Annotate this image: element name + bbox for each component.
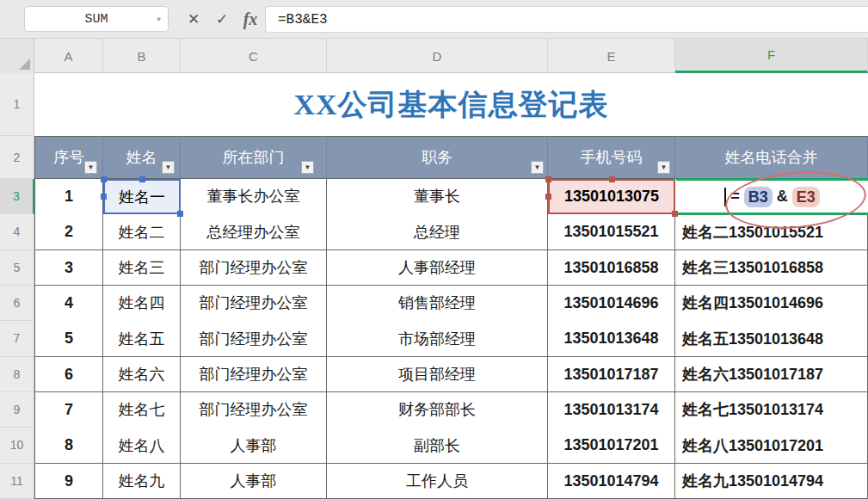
cell-E9[interactable]: 13501013174 [548, 392, 675, 428]
row-header-8[interactable]: 8 [0, 357, 34, 392]
filter-caret-icon: ▼ [661, 164, 668, 171]
cell-F4[interactable]: 姓名二13501015521 [675, 214, 868, 250]
name-box-dropdown-icon[interactable]: ▼ [157, 15, 161, 23]
cell-E3-selected[interactable]: 13501013075 [548, 179, 675, 214]
cell-A6[interactable]: 4 [34, 286, 103, 322]
cell-C7[interactable]: 部门经理办公室 [181, 321, 327, 357]
cell-E11[interactable]: 13501014794 [548, 464, 675, 499]
cell-A3[interactable]: 1 [34, 179, 103, 215]
cell-E7[interactable]: 13501013648 [548, 321, 675, 357]
cell-C6[interactable]: 部门经理办公室 [181, 286, 327, 322]
cell-E6[interactable]: 13501014696 [548, 286, 675, 322]
table-header-A2[interactable]: 序号▼ [34, 136, 103, 179]
cell-D4[interactable]: 总经理 [327, 214, 548, 250]
filter-icon-C[interactable]: ▼ [301, 161, 314, 174]
cell-D9[interactable]: 财务部部长 [327, 392, 548, 428]
column-header-B[interactable]: B [103, 39, 181, 73]
table-header-label: 手机号码 [581, 147, 643, 168]
cell-E8[interactable]: 13501017187 [548, 357, 675, 393]
cell-A7[interactable]: 5 [34, 321, 103, 357]
filter-icon-B[interactable]: ▼ [162, 161, 175, 174]
row-header-3[interactable]: 3 [0, 179, 34, 214]
name-box[interactable]: SUM ▼ [24, 6, 169, 32]
column-header-bar: ABCDEF [0, 39, 868, 73]
cell-B8[interactable]: 姓名六 [103, 357, 181, 393]
cell-E4[interactable]: 13501015521 [548, 214, 675, 250]
cell-B7[interactable]: 姓名五 [103, 321, 181, 357]
cell-B11[interactable]: 姓名九 [103, 464, 181, 499]
cell-A9[interactable]: 7 [34, 392, 103, 428]
cell-D10[interactable]: 副部长 [327, 428, 548, 464]
column-header-E[interactable]: E [548, 39, 675, 73]
confirm-icon[interactable]: ✓ [211, 8, 233, 30]
cell-E10[interactable]: 13501017201 [548, 428, 675, 464]
filter-icon-E[interactable]: ▼ [657, 161, 670, 174]
cell-B10[interactable]: 姓名八 [103, 428, 181, 464]
spreadsheet-app: SUM ▼ ✕ ✓ fx =B3&E3 ABCDEF XX公司基本信息登记表 1… [0, 0, 868, 499]
cell-F3-editing[interactable]: =B3&E3 [676, 178, 868, 215]
table-header-D2[interactable]: 职务▼ [327, 136, 548, 179]
cell-F6[interactable]: 姓名四13501014696 [675, 286, 868, 322]
cell-C4[interactable]: 总经理办公室 [181, 214, 327, 250]
filter-icon-D[interactable]: ▼ [531, 161, 544, 174]
column-header-D[interactable]: D [327, 39, 548, 73]
table-header-E2[interactable]: 手机号码▼ [548, 136, 675, 179]
table-header-B2[interactable]: 姓名▼ [103, 136, 181, 179]
cell-C5[interactable]: 部门经理办公室 [181, 250, 327, 286]
cell-B6[interactable]: 姓名四 [103, 286, 181, 322]
cell-A5[interactable]: 3 [34, 250, 103, 286]
row-header-7[interactable]: 7 [0, 321, 34, 356]
cell-C9[interactable]: 部门经理办公室 [181, 392, 327, 428]
row-header-6[interactable]: 6 [0, 286, 34, 321]
table-header-F2[interactable]: 姓名电话合并 [675, 136, 868, 179]
row-header-10[interactable]: 10 [0, 428, 34, 463]
row-header-5[interactable]: 5 [0, 250, 34, 286]
filter-caret-icon: ▼ [534, 164, 541, 171]
selection-handle [672, 211, 678, 217]
cell-B3-selected[interactable]: 姓名一 [103, 179, 181, 214]
cell-D6[interactable]: 销售部经理 [327, 286, 548, 322]
column-header-C[interactable]: C [181, 39, 327, 73]
cell-D7[interactable]: 市场部经理 [327, 321, 548, 357]
row-header-2[interactable]: 2 [0, 136, 34, 179]
row-header-11[interactable]: 11 [0, 464, 34, 499]
cell-B9[interactable]: 姓名七 [103, 392, 181, 428]
fx-icon[interactable]: fx [239, 8, 262, 30]
cell-D5[interactable]: 人事部经理 [327, 250, 548, 286]
table-header-label: 姓名 [126, 147, 157, 168]
formula-token-operator: & [777, 188, 788, 206]
selection-handle [545, 176, 551, 182]
row-header-4[interactable]: 4 [0, 214, 34, 250]
cell-A4[interactable]: 2 [34, 214, 103, 250]
cancel-icon[interactable]: ✕ [182, 8, 205, 30]
cell-C10[interactable]: 人事部 [181, 428, 327, 464]
cell-F10[interactable]: 姓名八13501017201 [675, 428, 868, 464]
cell-B4[interactable]: 姓名二 [103, 214, 181, 250]
table-header-label: 姓名电话合并 [725, 147, 818, 168]
cell-D11[interactable]: 工作人员 [327, 464, 548, 499]
column-header-F[interactable]: F [675, 39, 868, 73]
cell-F9[interactable]: 姓名七13501013174 [675, 392, 868, 428]
cell-F7[interactable]: 姓名五13501013648 [675, 321, 868, 357]
cell-D3[interactable]: 董事长 [327, 179, 548, 215]
cell-A10[interactable]: 8 [34, 428, 103, 464]
row-header-1[interactable]: 1 [0, 73, 34, 136]
cell-A8[interactable]: 6 [34, 357, 103, 393]
cell-F8[interactable]: 姓名六13501017187 [675, 357, 868, 393]
filter-icon-A[interactable]: ▼ [84, 161, 97, 174]
cell-C3[interactable]: 董事长办公室 [181, 179, 327, 215]
cell-F11[interactable]: 姓名九13501014794 [675, 464, 868, 499]
column-header-A[interactable]: A [34, 39, 103, 73]
cell-D8[interactable]: 项目部经理 [327, 357, 548, 393]
cell-C8[interactable]: 部门经理办公室 [181, 357, 327, 393]
table-header-C2[interactable]: 所在部门▼ [181, 136, 327, 179]
sheet-title-cell[interactable]: XX公司基本信息登记表 [34, 73, 868, 136]
cell-F5[interactable]: 姓名三13501016858 [675, 250, 868, 286]
cell-B5[interactable]: 姓名三 [103, 250, 181, 286]
cell-E5[interactable]: 13501016858 [548, 250, 675, 286]
formula-input[interactable]: =B3&E3 [265, 6, 868, 33]
cell-A11[interactable]: 9 [34, 464, 103, 499]
cell-C11[interactable]: 人事部 [181, 464, 327, 499]
select-all-corner[interactable] [0, 39, 34, 73]
row-header-9[interactable]: 9 [0, 392, 34, 428]
